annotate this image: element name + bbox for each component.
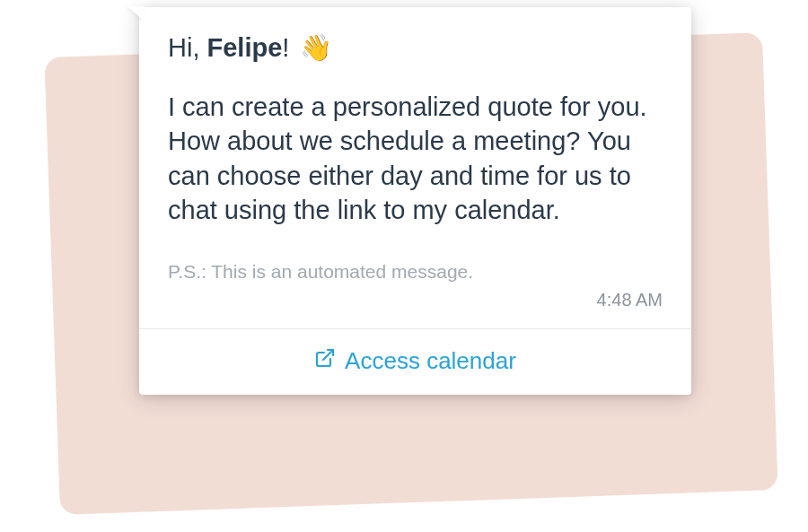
access-calendar-label: Access calendar xyxy=(345,347,516,375)
message-timestamp: 4:48 AM xyxy=(168,290,663,321)
chat-message-bubble: Hi, Felipe! 👋 I can create a personalize… xyxy=(139,7,691,395)
message-body: I can create a personalized quote for yo… xyxy=(168,90,663,227)
greeting-line: Hi, Felipe! 👋 xyxy=(168,32,663,63)
external-link-icon xyxy=(314,347,336,375)
svg-line-0 xyxy=(323,350,333,360)
recipient-name: Felipe xyxy=(207,33,283,62)
wave-icon: 👋 xyxy=(300,32,332,63)
greeting-suffix: ! xyxy=(282,33,296,62)
access-calendar-button[interactable]: Access calendar xyxy=(139,329,691,395)
bubble-tail xyxy=(127,6,144,21)
message-postscript: P.S.: This is an automated message. xyxy=(168,261,663,283)
message-content: Hi, Felipe! 👋 I can create a personalize… xyxy=(139,7,691,328)
greeting-prefix: Hi, xyxy=(168,33,207,62)
